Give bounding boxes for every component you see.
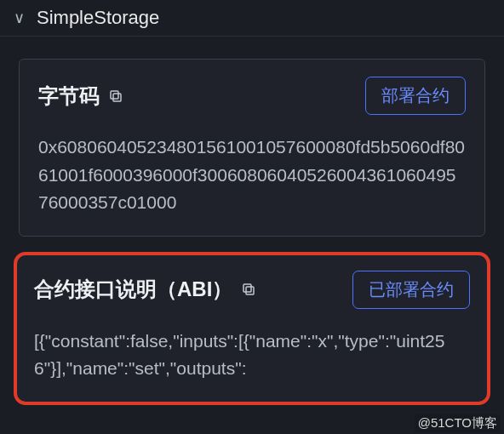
svg-rect-1 (111, 91, 118, 99)
abi-panel-head: 合约接口说明（ABI） 已部署合约 (34, 271, 470, 309)
svg-rect-3 (243, 284, 251, 292)
bytecode-head-left: 字节码 (38, 83, 123, 110)
chevron-down-icon[interactable]: ∨ (14, 9, 25, 27)
bytecode-content: 0x608060405234801561001057600080fd5b5060… (38, 134, 466, 217)
contract-header: ∨ SimpleStorage (0, 0, 504, 37)
watermark: @51CTO博客 (415, 414, 501, 432)
svg-rect-0 (113, 94, 121, 101)
bytecode-panel: 字节码 部署合约 0x60806040523480156100105760008… (19, 59, 485, 237)
copy-icon[interactable] (108, 89, 123, 104)
deploy-button[interactable]: 部署合约 (365, 77, 466, 115)
deployed-button[interactable]: 已部署合约 (352, 271, 470, 309)
bytecode-panel-head: 字节码 部署合约 (38, 77, 466, 115)
abi-content: [{"constant":false,"inputs":[{"name":"x"… (34, 328, 470, 383)
abi-head-left: 合约接口说明（ABI） (34, 276, 256, 303)
bytecode-label: 字节码 (38, 83, 100, 110)
abi-label: 合约接口说明（ABI） (34, 276, 232, 303)
contract-title: SimpleStorage (37, 7, 159, 29)
abi-panel: 合约接口说明（ABI） 已部署合约 [{"constant":false,"in… (14, 252, 490, 405)
svg-rect-2 (246, 287, 254, 294)
copy-icon[interactable] (241, 282, 256, 297)
